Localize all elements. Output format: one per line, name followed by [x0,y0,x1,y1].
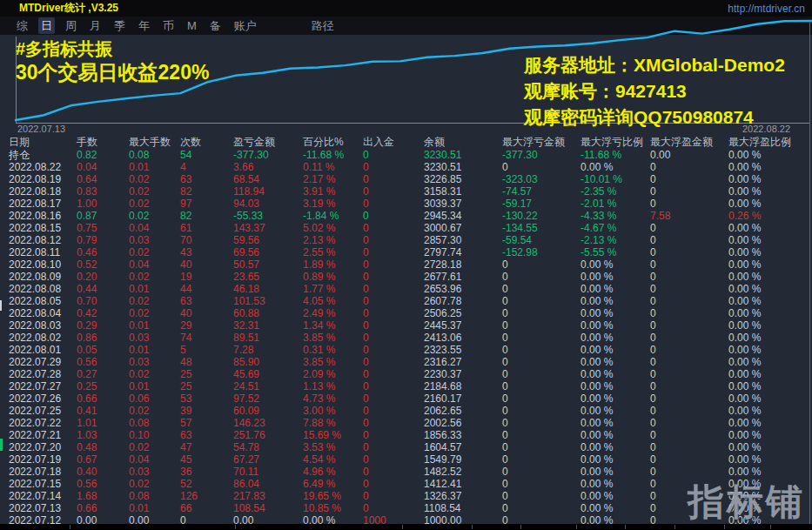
row-value-cell: 0 [502,295,580,307]
row-value-cell: 0.56 [77,356,129,368]
table-row[interactable]: 2022.08.150.750.0461143.375.02 %03000.67… [0,222,812,234]
row-value-cell: 0.87 [77,210,129,222]
table-row[interactable]: 2022.08.030.290.012932.311.34 %02445.370… [0,319,812,332]
table-row[interactable]: 2022.07.250.410.023960.093.00 %02062.650… [0,405,812,417]
row-value-cell: 0.00 % [728,149,803,161]
row-value-cell: 0 [502,441,580,453]
menu-item-4[interactable]: 月 [87,17,104,34]
row-value-cell: 6.49 % [303,478,363,490]
row-date-cell: 2022.08.12 [9,234,77,246]
menu-item-8[interactable]: M [185,17,199,34]
table-row[interactable]: 2022.08.010.050.0157.280.31 %02323.5500.… [0,344,812,356]
table-row[interactable]: 2022.07.280.270.022545.692.09 %02230.370… [0,368,812,380]
row-value-cell: 24.51 [233,380,303,392]
row-value-cell: -130.22 [502,210,580,222]
table-row[interactable]: 2022.07.260.660.065397.524.73 %02160.170… [0,392,812,405]
row-value-cell: 2.49 % [303,307,363,319]
row-value-cell: 0.00 % [580,453,650,466]
row-value-cell: 0 [502,344,580,356]
row-value-cell: 2797.74 [424,246,502,258]
row-value-cell: 0.03 [129,332,180,344]
row-value-cell: 0.00 % [580,478,650,490]
row-value-cell: 0 [502,478,580,490]
menu-item-1[interactable]: 综 [14,17,30,34]
menu-item-5[interactable]: 季 [111,17,128,34]
table-row[interactable]: 2022.08.220.040.0143.660.11 %03230.5100.… [0,161,812,173]
row-value-cell: -323.03 [502,173,580,185]
table-row[interactable]: 2022.07.290.560.034885.903.85 %02316.270… [0,356,812,368]
row-value-cell: 2002.56 [424,417,502,429]
table-row[interactable]: 2022.07.200.480.024754.783.53 %01604.570… [0,441,812,453]
table-row[interactable]: 2022.08.110.460.024369.562.55 %02797.74-… [0,246,812,258]
table-row[interactable]: 2022.07.180.400.033670.114.96 %01482.520… [0,466,812,478]
menu-item-9[interactable]: 备 [207,17,224,34]
table-row[interactable]: 2022.08.080.440.014446.181.77 %02653.960… [0,283,812,295]
table-row[interactable]: 2022.07.141.680.08126217.8319.65 %01326.… [0,490,812,502]
row-value-cell: 0.00 % [728,490,803,502]
row-value-cell: -5.55 % [580,246,650,258]
row-value-cell: 0 [502,490,580,502]
table-row[interactable]: 2022.08.020.860.037489.513.85 %02413.060… [0,332,812,344]
row-value-cell: 2445.37 [424,319,502,332]
row-value-cell: 0 [363,210,424,222]
menu-item-10[interactable]: 账户 [232,17,259,34]
row-value-cell: 0.00 % [728,502,803,514]
table-row[interactable]: 2022.08.171.000.029794.033.19 %03039.37-… [0,198,812,210]
table-row[interactable]: 2022.08.180.830.0282118.943.91 %03158.31… [0,185,812,198]
row-value-cell: 0.00 % [728,319,803,332]
table-row[interactable]: 2022.07.211.030.1063251.7615.69 %01856.3… [0,429,812,441]
row-value-cell: 0.00 % [728,356,803,368]
table-row[interactable]: 2022.07.150.560.025286.046.49 %01412.410… [0,478,812,490]
row-value-cell: 0 [502,271,580,283]
row-value-cell: -59.17 [502,198,580,210]
table-row[interactable]: 2022.07.130.660.0166108.5410.85 %01108.5… [0,502,812,514]
row-value-cell: 0 [363,198,424,210]
table-row[interactable]: 持仓0.820.0854-377.30-11.68 %03230.51-377.… [0,149,812,161]
menu-item-11[interactable]: 路径 [309,17,337,34]
row-value-cell: 0 [363,392,424,405]
menu-item-2[interactable]: 日 [38,17,55,34]
table-row[interactable]: 2022.07.221.010.0857146.237.88 %02002.56… [0,417,812,429]
row-value-cell: 0.40 [77,466,129,478]
row-value-cell: 0 [650,453,728,466]
menu-item-3[interactable]: 周 [63,17,79,34]
row-value-cell: 0.00 % [728,405,803,417]
table-row[interactable]: 2022.08.050.700.0263101.534.05 %02607.78… [0,295,812,307]
row-value-cell: 0.41 [77,405,129,417]
app-url-link[interactable]: http://mtdriver.cn [728,3,805,15]
table-row[interactable]: 2022.08.190.640.026368.542.17 %03226.85-… [0,173,812,185]
row-value-cell: 0.08 [129,149,180,161]
table-row[interactable]: 2022.08.100.520.044050.571.89 %02728.180… [0,258,812,271]
table-row[interactable]: 2022.08.160.870.0282-55.33-1.84 %02945.3… [0,210,812,222]
row-value-cell: 0 [502,405,580,417]
table-row[interactable]: 2022.08.120.790.037059.562.13 %02857.30-… [0,234,812,246]
table-row[interactable]: 2022.07.190.670.044567.274.54 %01549.790… [0,453,812,466]
row-value-cell: 67.27 [233,453,303,466]
table-row[interactable]: 2022.08.090.200.021923.650.89 %02677.610… [0,271,812,283]
row-date-cell: 2022.07.13 [9,502,77,514]
table-row[interactable]: 2022.07.270.250.012524.511.13 %02184.680… [0,380,812,392]
row-value-cell: 0.00 % [580,295,650,307]
row-value-cell: 0.00 % [728,332,803,344]
column-header: 最大浮亏金额 [502,135,580,149]
row-value-cell: 0.01 [129,344,180,356]
row-value-cell: 0.26 % [728,210,803,222]
row-date-cell: 2022.07.22 [9,417,77,429]
menu-item-6[interactable]: 年 [136,17,152,34]
menu-item-7[interactable]: 币 [160,17,177,34]
grid-divider [625,525,626,529]
row-value-cell: 0.00 % [728,283,803,295]
row-value-cell: 126 [180,490,233,502]
row-value-cell: 1.13 % [303,380,363,392]
column-header: 日期 [9,135,77,149]
row-date-cell: 2022.07.15 [9,478,77,490]
row-value-cell: 3.53 % [303,441,363,453]
table-row[interactable]: 2022.08.040.420.024060.882.49 %02506.250… [0,307,812,319]
row-value-cell: 1.34 % [303,319,363,332]
row-value-cell: 0.05 [77,344,129,356]
row-value-cell: 0.02 [129,478,180,490]
row-value-cell: 0.02 [129,246,180,258]
row-value-cell: 66 [180,502,233,514]
row-value-cell: 0 [650,198,728,210]
row-value-cell: 0.00 % [580,441,650,453]
